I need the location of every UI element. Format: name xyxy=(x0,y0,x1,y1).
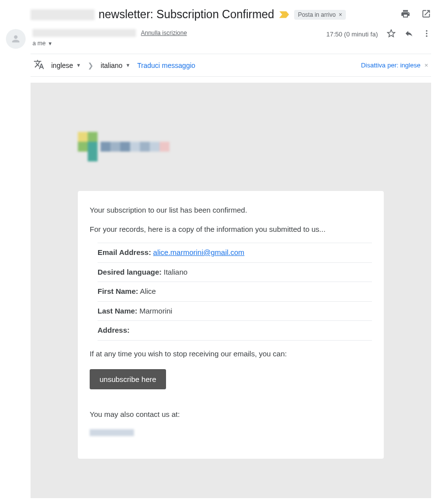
star-icon[interactable] xyxy=(387,29,396,39)
chevron-right-icon: ❯ xyxy=(88,62,94,69)
to-details-caret-icon[interactable]: ▼ xyxy=(48,41,53,46)
redacted-sender xyxy=(33,29,136,37)
submitted-fields: Email Address: alice.marmorini@gmail.com… xyxy=(98,243,372,341)
field-value: Italiano xyxy=(164,268,187,276)
translate-to[interactable]: italiano ▼ xyxy=(101,62,130,69)
sender-row: Annulla iscrizione a me ▼ 17:50 (0 minut… xyxy=(6,27,431,51)
reply-icon[interactable] xyxy=(404,29,413,39)
remove-label-icon[interactable]: × xyxy=(338,11,342,18)
sender-logo xyxy=(78,132,384,161)
svg-point-1 xyxy=(426,33,428,34)
subject-text: newsletter: Subscription Confirmed xyxy=(31,8,274,21)
field-label: Address: xyxy=(98,326,130,334)
contact-text: You may also contact us at: xyxy=(90,409,372,420)
caret-down-icon: ▼ xyxy=(76,63,81,68)
field-first-name: First Name: Alice xyxy=(98,282,372,301)
translate-to-label: italiano xyxy=(101,62,122,69)
svg-point-2 xyxy=(426,35,428,37)
translate-disable-link[interactable]: Disattiva per: inglese xyxy=(361,62,421,69)
confirm-text: Your subscription to our list has been c… xyxy=(90,205,372,216)
translate-icon xyxy=(34,59,44,71)
stop-text: If at any time you wish to stop receivin… xyxy=(90,348,372,360)
field-label: First Name: xyxy=(98,287,138,295)
email-body: Your subscription to our list has been c… xyxy=(31,83,431,498)
unsubscribe-button[interactable]: unsubscribe here xyxy=(90,369,166,389)
print-icon[interactable] xyxy=(401,9,410,21)
redacted-sender-name xyxy=(31,9,95,20)
field-address: Address: xyxy=(98,320,372,341)
close-translate-icon[interactable]: × xyxy=(424,62,428,69)
translate-from-label: inglese xyxy=(51,62,73,69)
records-text: For your records, here is a copy of the … xyxy=(90,224,372,235)
field-value: Marmorini xyxy=(139,307,172,315)
avatar[interactable] xyxy=(6,29,26,49)
svg-point-0 xyxy=(426,30,428,32)
field-value: Alice xyxy=(140,287,156,295)
field-label: Email Address: xyxy=(98,248,151,256)
subject-title: newsletter: Subscription Confirmed xyxy=(99,8,274,21)
timestamp: 17:50 (0 minuti fa) xyxy=(326,31,378,38)
more-menu-icon[interactable] xyxy=(422,29,431,39)
to-line: a me xyxy=(33,40,46,47)
inbox-label-text: Posta in arrivo xyxy=(298,11,336,18)
field-email: Email Address: alice.marmorini@gmail.com xyxy=(98,243,372,262)
field-label: Desired language: xyxy=(98,268,162,276)
subject-row: newsletter: Subscription Confirmed Posta… xyxy=(6,4,431,27)
translate-from[interactable]: inglese ▼ xyxy=(51,62,81,69)
field-language: Desired language: Italiano xyxy=(98,262,372,282)
unsubscribe-link[interactable]: Annulla iscrizione xyxy=(141,30,187,36)
inbox-label-chip[interactable]: Posta in arrivo × xyxy=(294,10,346,20)
open-new-window-icon[interactable] xyxy=(421,9,431,21)
field-last-name: Last Name: Marmorini xyxy=(98,301,372,321)
field-value-email-link[interactable]: alice.marmorini@gmail.com xyxy=(153,248,244,256)
translate-bar: inglese ▼ ❯ italiano ▼ Traduci messaggio… xyxy=(31,54,431,77)
redacted-contact xyxy=(90,429,134,436)
confirmation-card: Your subscription to our list has been c… xyxy=(78,191,384,459)
important-marker-icon[interactable] xyxy=(279,11,289,18)
caret-down-icon: ▼ xyxy=(126,63,131,68)
field-label: Last Name: xyxy=(98,307,137,315)
translate-action-link[interactable]: Traduci messaggio xyxy=(137,62,196,69)
